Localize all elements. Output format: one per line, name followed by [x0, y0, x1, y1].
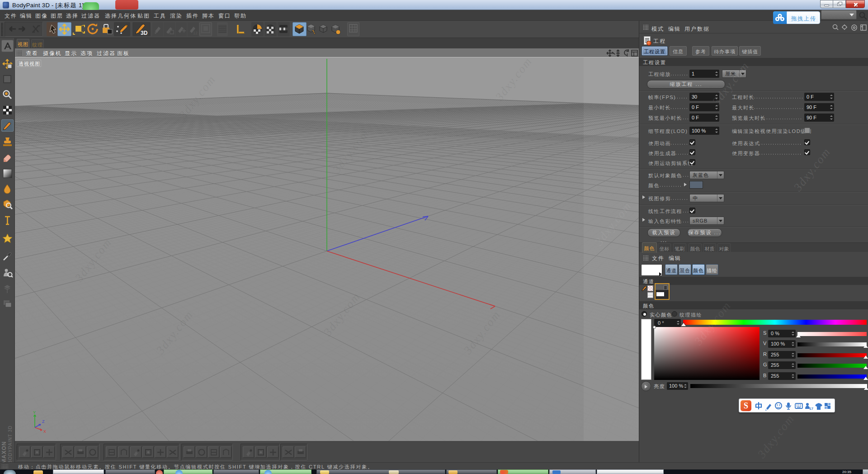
svg-text:X: X [43, 429, 46, 433]
svg-text:Z: Z [42, 419, 45, 424]
svg-text:17: 17 [809, 407, 813, 411]
svg-text:12: 12 [193, 31, 198, 35]
svg-text:Y: Y [33, 410, 36, 415]
svg-text:3D: 3D [141, 30, 148, 36]
